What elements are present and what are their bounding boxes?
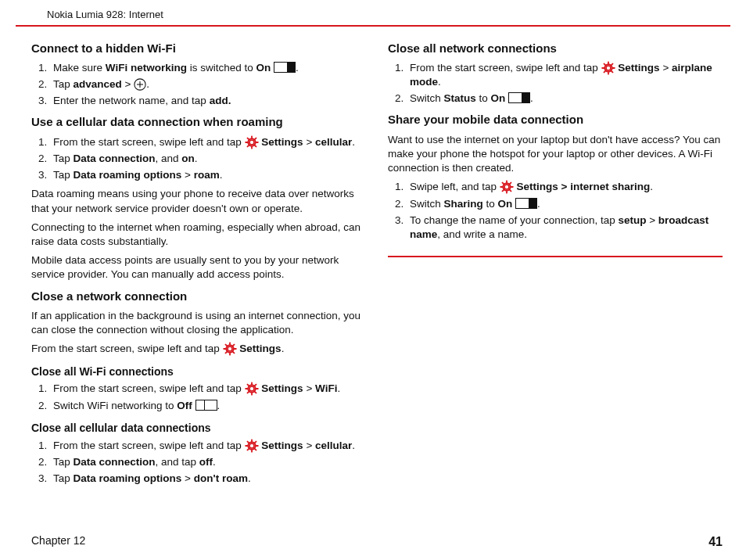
bold-text: Off <box>177 400 192 411</box>
text: , and write a name. <box>437 228 527 240</box>
page-header: Nokia Lumia 928: Internet <box>16 0 730 27</box>
list-item: Tap Data roaming options > don't roam. <box>50 472 366 486</box>
bold-text: Settings <box>259 382 303 394</box>
text: Tap <box>53 472 74 484</box>
text: > <box>660 62 672 74</box>
list-item: Tap Data roaming options > roam. <box>50 168 366 182</box>
heading-share-connection: Share your mobile data connection <box>388 112 723 127</box>
bold-text: Sharing <box>444 198 483 210</box>
section-divider <box>388 256 723 257</box>
text: . <box>220 169 223 181</box>
list-item: Switch Status to On . <box>407 92 723 106</box>
toggle-on-icon <box>274 62 296 73</box>
bold-text: roam <box>194 169 220 181</box>
bold-text: WiFi <box>315 382 337 394</box>
list-item: Tap Data connection, and tap off. <box>50 455 366 469</box>
text: Make sure <box>53 62 106 74</box>
text: . <box>352 440 355 451</box>
bold-text: WiFi networking <box>106 62 187 74</box>
text: is switched to <box>187 62 256 74</box>
paragraph: Mobile data access points are usually se… <box>31 253 366 282</box>
list-item: From the start screen, swipe left and ta… <box>50 382 366 396</box>
toggle-on-icon <box>515 198 537 209</box>
paragraph: If an application in the background is u… <box>31 309 366 337</box>
bold-text: cellular <box>315 136 352 148</box>
text: > <box>303 136 315 148</box>
steps-close-all-networks: From the start screen, swipe left and ta… <box>388 61 723 106</box>
list-item: From the start screen, swipe left and ta… <box>50 439 366 453</box>
toggle-on-icon <box>508 92 530 103</box>
text: . <box>195 153 198 164</box>
steps-roaming: From the start screen, swipe left and ta… <box>31 135 366 183</box>
paragraph: Want to use the internet on your laptop … <box>388 133 723 176</box>
paragraph: Data roaming means using your phone to r… <box>31 187 366 215</box>
text: Switch <box>410 92 444 104</box>
text: Tap <box>53 153 74 164</box>
text: From the start screen, swipe left and ta… <box>53 136 245 148</box>
bold-text: advanced <box>74 78 122 90</box>
text: > <box>646 214 658 226</box>
text: . <box>337 382 340 394</box>
heading-roaming: Use a cellular data connection when roam… <box>31 114 366 130</box>
bold-text: cellular <box>315 440 352 451</box>
settings-gear-icon <box>245 135 259 149</box>
list-item: Tap advanced > . <box>50 77 366 92</box>
bold-text: Settings <box>259 136 303 148</box>
text: . <box>650 181 653 192</box>
text: , and tap <box>156 456 199 468</box>
bold-text: Data connection <box>74 153 156 164</box>
text: . <box>248 472 251 484</box>
page-number: 41 <box>708 533 723 551</box>
bold-text: add. <box>210 95 231 106</box>
text: . <box>213 456 216 468</box>
steps-close-wifi: From the start screen, swipe left and ta… <box>31 382 366 412</box>
bold-text: setup <box>618 214 646 226</box>
settings-gear-icon <box>223 342 237 356</box>
page-footer: Chapter 12 41 <box>0 533 746 551</box>
bold-text: On <box>256 62 271 74</box>
list-item: To change the name of your connection, t… <box>407 214 723 242</box>
heading-connect-hidden-wifi: Connect to a hidden Wi‑Fi <box>31 41 366 56</box>
list-item: Tap Data connection, and on. <box>50 152 366 166</box>
text: . <box>282 343 285 354</box>
bold-text: On <box>498 198 513 210</box>
plus-circle-icon <box>134 78 146 91</box>
heading-close-cellular: Close all cellular data connections <box>31 421 366 436</box>
heading-close-network: Close a network connection <box>31 289 366 304</box>
text: > <box>122 78 134 90</box>
bold-text: Settings <box>237 343 282 354</box>
text: To change the name of your connection, t… <box>410 214 618 226</box>
text: , and <box>156 153 182 164</box>
right-column: Close all network connections From the s… <box>388 34 723 491</box>
settings-gear-icon <box>245 382 259 396</box>
text: to <box>483 198 498 210</box>
list-item: From the start screen, swipe left and ta… <box>407 61 723 89</box>
text: to <box>476 92 491 104</box>
paragraph: From the start screen, swipe left and ta… <box>31 342 366 356</box>
text: > <box>181 472 193 484</box>
heading-close-wifi: Close all Wi‑Fi connections <box>31 364 366 379</box>
bold-text: Settings <box>259 440 303 451</box>
chapter-label: Chapter 12 <box>31 534 85 547</box>
text: Enter the network name, and tap <box>53 95 210 106</box>
text: Tap <box>53 456 74 468</box>
bold-text: off <box>199 456 213 468</box>
text: From the start screen, swipe left and ta… <box>31 343 223 354</box>
settings-gear-icon <box>245 439 259 453</box>
text: . <box>438 76 441 88</box>
text: From the start screen, swipe left and ta… <box>410 62 601 74</box>
settings-gear-icon <box>601 61 615 75</box>
heading-close-all-networks: Close all network connections <box>388 41 723 56</box>
steps-close-cellular: From the start screen, swipe left and ta… <box>31 439 366 486</box>
text: From the start screen, swipe left and ta… <box>53 440 245 451</box>
list-item: Make sure WiFi networking is switched to… <box>50 61 366 75</box>
bold-text: Data roaming options <box>74 472 182 484</box>
list-item: From the start screen, swipe left and ta… <box>50 135 366 149</box>
steps-connect-hidden-wifi: Make sure WiFi networking is switched to… <box>31 61 366 109</box>
bold-text: Data roaming options <box>74 169 182 181</box>
text: Switch <box>410 198 444 210</box>
left-column: Connect to a hidden Wi‑Fi Make sure WiFi… <box>31 34 366 491</box>
toggle-off-icon <box>195 400 217 411</box>
text: > <box>303 440 315 451</box>
bold-text: Settings <box>615 62 660 74</box>
